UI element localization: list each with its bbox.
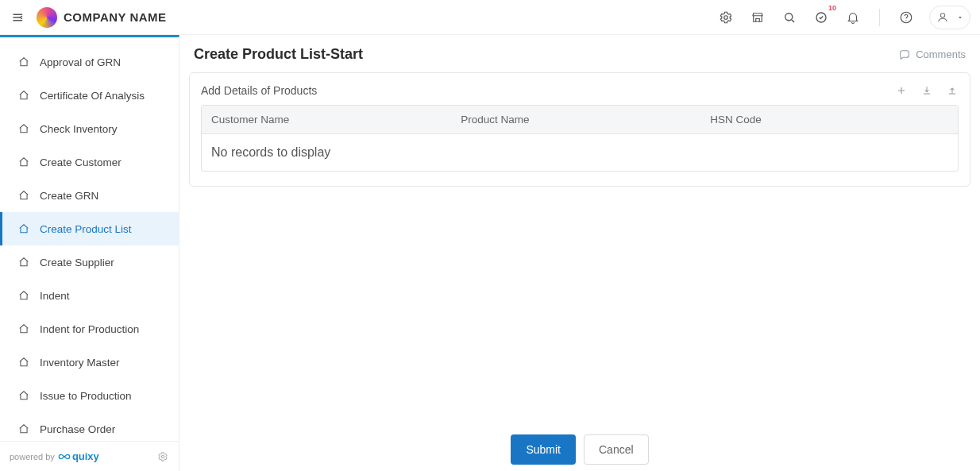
home-icon (17, 322, 30, 335)
svg-point-5 (940, 13, 944, 17)
sidebar: Approval of GRN Certificate Of Analysis … (0, 35, 179, 471)
sidebar-item-label: Certificate Of Analysis (40, 90, 145, 102)
home-icon (17, 189, 30, 202)
brand-logo (37, 7, 57, 28)
sidebar-item-indent-for-production[interactable]: Indent for Production (0, 312, 179, 346)
main: Create Product List-Start Comments Add D… (179, 35, 980, 471)
table-header-product-name: Product Name (451, 106, 700, 133)
table-header-hsn-code: HSN Code (700, 106, 958, 133)
sidebar-item-indent[interactable]: Indent (0, 279, 179, 312)
sidebar-item-inventory-master[interactable]: Inventory Master (0, 346, 179, 379)
download-icon[interactable] (920, 84, 933, 97)
sidebar-item-label: Create Customer (40, 156, 122, 168)
user-icon (935, 10, 951, 25)
sidebar-item-label: Indent (40, 290, 70, 302)
comments-icon (898, 48, 911, 61)
home-icon (17, 56, 30, 68)
products-table: Customer Name Product Name HSN Code No r… (201, 105, 959, 172)
powered-by-brand[interactable]: quixy (58, 450, 99, 463)
home-icon (17, 356, 30, 369)
search-icon[interactable] (781, 9, 798, 26)
sidebar-item-issue-to-production[interactable]: Issue to Production (0, 379, 179, 412)
help-icon[interactable] (897, 9, 915, 26)
home-icon (17, 389, 30, 402)
tasks-icon[interactable]: 10 (812, 9, 830, 26)
infinity-icon (58, 450, 71, 463)
sidebar-footer: powered by quixy (0, 441, 179, 471)
sidebar-item-approval-of-grn[interactable]: Approval of GRN (0, 45, 179, 79)
brand-name: COMPANY NAME (64, 10, 167, 24)
table-header-customer-name: Customer Name (202, 106, 451, 133)
page-header: Create Product List-Start Comments (179, 35, 980, 72)
store-icon[interactable] (749, 9, 766, 26)
sidebar-nav: Approval of GRN Certificate Of Analysis … (0, 37, 179, 441)
sidebar-item-create-supplier[interactable]: Create Supplier (0, 245, 179, 279)
home-icon (17, 222, 30, 235)
topbar: COMPANY NAME 10 (0, 0, 980, 35)
sidebar-item-label: Check Inventory (40, 123, 118, 135)
chevron-down-icon (955, 14, 965, 21)
home-icon (17, 122, 30, 135)
submit-button[interactable]: Submit (511, 434, 576, 465)
sidebar-item-certificate-of-analysis[interactable]: Certificate Of Analysis (0, 79, 179, 112)
sidebar-item-create-customer[interactable]: Create Customer (0, 145, 179, 179)
bell-icon[interactable] (844, 9, 862, 26)
sidebar-item-label: Create GRN (40, 190, 98, 202)
sidebar-item-label: Create Supplier (40, 257, 114, 268)
home-icon (17, 423, 30, 435)
sidebar-item-label: Purchase Order (40, 423, 115, 435)
sidebar-item-create-grn[interactable]: Create GRN (0, 179, 179, 212)
comments-label: Comments (916, 48, 966, 60)
sidebar-item-label: Create Product List (40, 223, 132, 235)
table-header-row: Customer Name Product Name HSN Code (202, 106, 958, 134)
home-icon (17, 89, 30, 102)
cancel-button[interactable]: Cancel (584, 434, 649, 465)
settings-icon[interactable] (717, 9, 735, 26)
user-menu[interactable] (929, 6, 970, 29)
home-icon (17, 156, 30, 168)
topbar-icons: 10 (717, 6, 970, 29)
comments-button[interactable]: Comments (898, 48, 966, 61)
section-actions (895, 84, 959, 97)
brand[interactable]: COMPANY NAME (37, 7, 167, 28)
home-icon (17, 256, 30, 268)
section-header: Add Details of Products (201, 84, 959, 97)
sidebar-item-create-product-list[interactable]: Create Product List (0, 212, 179, 245)
add-row-icon[interactable] (895, 84, 908, 97)
menu-toggle[interactable] (10, 9, 27, 26)
powered-by-name: quixy (72, 450, 99, 462)
upload-icon[interactable] (946, 84, 959, 97)
tasks-badge: 10 (828, 4, 836, 12)
page-title: Create Product List-Start (194, 46, 363, 63)
sidebar-item-purchase-order[interactable]: Purchase Order (0, 412, 179, 441)
sidebar-item-check-inventory[interactable]: Check Inventory (0, 112, 179, 145)
sidebar-item-label: Approval of GRN (40, 56, 121, 68)
table-empty-message: No records to display (202, 134, 958, 171)
sidebar-item-label: Issue to Production (40, 390, 132, 402)
sidebar-item-label: Inventory Master (40, 357, 120, 369)
section-title: Add Details of Products (201, 84, 317, 97)
powered-by-prefix: powered by (10, 452, 55, 461)
svg-point-6 (161, 455, 164, 458)
svg-point-1 (785, 13, 793, 20)
home-icon (17, 289, 30, 302)
svg-point-0 (724, 15, 728, 19)
footer-actions: Submit Cancel (179, 434, 980, 465)
svg-point-4 (905, 20, 906, 21)
topbar-divider (879, 9, 880, 26)
content-card: Add Details of Products Customer Name Pr… (189, 72, 970, 187)
sidebar-item-label: Indent for Production (40, 323, 139, 335)
sidebar-settings-icon[interactable] (156, 450, 169, 463)
